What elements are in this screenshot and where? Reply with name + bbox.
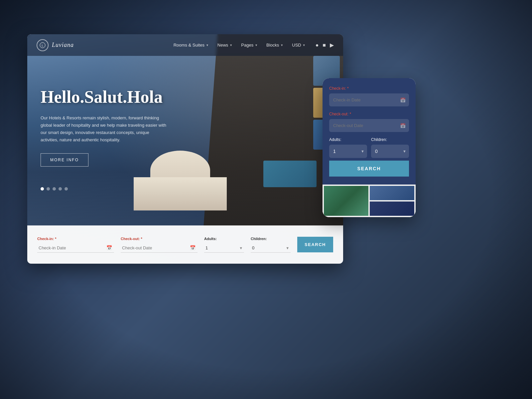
mobile-photo-building	[370, 201, 414, 216]
slide-indicators	[41, 187, 68, 191]
pool-area	[263, 161, 317, 187]
mobile-adults-col: Adults: 1 2 3 4 ▼	[329, 137, 367, 158]
mobile-photo-grid	[323, 185, 416, 217]
mobile-calendar-checkin-icon: 📅	[400, 97, 406, 103]
nav-news[interactable]: News ▼	[214, 41, 236, 50]
nav-links: Rooms & Suites ▼ News ▼ Pages ▼ Blocks ▼…	[170, 41, 309, 50]
mobile-checkout-field: Check-out: * 📅	[329, 112, 409, 132]
adults-label: Adults:	[204, 237, 244, 241]
mobile-adults-label: Adults:	[329, 137, 367, 142]
mobile-adults-select[interactable]: 1 2 3 4	[329, 145, 367, 158]
nav-currency[interactable]: USD ▼	[289, 41, 309, 50]
checkout-required-marker: *	[141, 237, 142, 241]
instagram-icon[interactable]: ●	[316, 42, 319, 48]
nav-pages[interactable]: Pages ▼	[238, 41, 261, 50]
mobile-adults-select-wrap: 1 2 3 4 ▼	[329, 145, 367, 158]
nav-blocks[interactable]: Blocks ▼	[263, 41, 287, 50]
children-field: Children: 0 1 2 3 ▼	[251, 237, 291, 253]
hero-title: Hello.Salut.Hola	[41, 87, 207, 106]
slide-dot-4[interactable]	[59, 187, 62, 191]
calendar-icon-checkout: 📅	[190, 245, 196, 251]
rooms-caret-icon: ▼	[206, 44, 209, 47]
mobile-photo-sea	[370, 186, 414, 200]
adults-select-wrap: 1 2 3 4 ▼	[204, 243, 244, 253]
checkout-field: Check-out: * 📅	[121, 237, 198, 253]
checkin-input[interactable]	[37, 243, 114, 252]
children-select[interactable]: 0 1 2 3	[251, 243, 291, 253]
mobile-photo-pool	[324, 186, 368, 216]
nav-rooms-suites[interactable]: Rooms & Suites ▼	[170, 41, 212, 50]
slide-dot-3[interactable]	[53, 187, 56, 191]
browser-mockup: L Luviana Rooms & Suites ▼ News ▼ Pages …	[27, 34, 343, 264]
search-button[interactable]: SEARCH	[297, 237, 333, 252]
checkin-input-wrap: 📅	[37, 243, 114, 253]
mobile-calendar-checkout-icon: 📅	[400, 123, 406, 128]
brand-name: Luviana	[52, 42, 74, 49]
mobile-checkin-input[interactable]	[329, 93, 409, 106]
slide-dot-2[interactable]	[47, 187, 50, 191]
mobile-checkin-field: Check-in: * 📅	[329, 86, 409, 106]
pages-caret-icon: ▼	[255, 44, 258, 47]
navbar: L Luviana Rooms & Suites ▼ News ▼ Pages …	[27, 34, 343, 56]
mobile-mockup: Check-in: * 📅 Check-out: * 📅 Adults:	[323, 78, 416, 217]
blocks-caret-icon: ▼	[280, 44, 283, 47]
bookmark-icon[interactable]: ▶	[330, 42, 334, 48]
currency-caret-icon: ▼	[303, 44, 306, 47]
checkout-input-wrap: 📅	[121, 243, 198, 253]
mobile-children-label: Children:	[371, 137, 409, 142]
mobile-checkin-input-wrap: 📅	[329, 93, 409, 106]
mobile-booking-panel: Check-in: * 📅 Check-out: * 📅 Adults:	[323, 78, 416, 185]
slide-dot-1[interactable]	[41, 187, 44, 191]
mobile-checkout-required: *	[349, 112, 351, 116]
mobile-children-select-wrap: 0 1 2 3 ▼	[371, 145, 409, 158]
hero-subtitle: Our Hotels & Resorts remain stylish, mod…	[41, 114, 167, 144]
mobile-checkin-required: *	[347, 86, 349, 91]
mobile-search-button[interactable]: SEARCH	[329, 161, 409, 177]
checkin-field: Check-in: * 📅	[37, 237, 114, 253]
svg-text:L: L	[42, 44, 44, 47]
mobile-guests-row: Adults: 1 2 3 4 ▼ Children: 0 1	[329, 137, 409, 158]
slide-dot-5[interactable]	[65, 187, 68, 191]
hero-content: Hello.Salut.Hola Our Hotels & Resorts re…	[41, 87, 207, 167]
mobile-checkin-label: Check-in: *	[329, 86, 409, 91]
more-info-button[interactable]: MORE INFO	[41, 153, 88, 167]
checkout-label: Check-out: *	[121, 237, 198, 241]
nav-social-icons: ● ■ ▶	[316, 42, 334, 48]
logo-area[interactable]: L Luviana	[37, 39, 74, 51]
dome-base	[134, 177, 227, 210]
mobile-children-col: Children: 0 1 2 3 ▼	[371, 137, 409, 158]
children-label: Children:	[251, 237, 291, 241]
adults-field: Adults: 1 2 3 4 ▼	[204, 237, 244, 253]
checkout-input[interactable]	[121, 243, 198, 252]
calendar-icon-checkin: 📅	[106, 245, 112, 251]
adults-select[interactable]: 1 2 3 4	[204, 243, 244, 253]
checkin-label: Check-in: *	[37, 237, 114, 241]
news-caret-icon: ▼	[229, 44, 232, 47]
mobile-checkout-input[interactable]	[329, 119, 409, 132]
mobile-checkout-input-wrap: 📅	[329, 119, 409, 132]
camera-icon[interactable]: ■	[323, 42, 326, 48]
checkin-required-marker: *	[55, 237, 56, 241]
mobile-children-select[interactable]: 0 1 2 3	[371, 145, 409, 158]
children-select-wrap: 0 1 2 3 ▼	[251, 243, 291, 253]
logo-icon: L	[37, 39, 49, 51]
mobile-checkout-label: Check-out: *	[329, 112, 409, 116]
booking-bar: Check-in: * 📅 Check-out: * 📅 Adults:	[27, 225, 343, 264]
